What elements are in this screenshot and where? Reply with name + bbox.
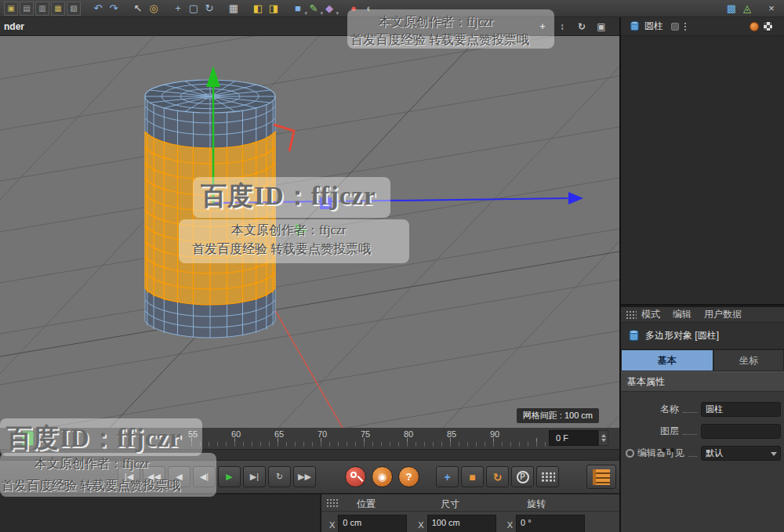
workplane-icon[interactable]: ◬ xyxy=(740,2,754,16)
solo-button[interactable]: P xyxy=(511,466,534,487)
panel-grip-icon[interactable] xyxy=(326,498,339,508)
next-frame-button[interactable]: ▶| xyxy=(243,466,266,487)
move-axis-button[interactable]: + xyxy=(436,466,459,487)
layer-property-row: 图层 xyxy=(621,420,784,442)
layer-browser-button[interactable] xyxy=(586,465,616,489)
play-button[interactable]: ▶ xyxy=(218,466,241,487)
visibility-dropdown[interactable]: 默认 xyxy=(701,446,781,461)
object-manager-body[interactable] xyxy=(621,36,784,304)
material-icon[interactable]: ● xyxy=(347,2,361,16)
coords-field: X 0 ° xyxy=(507,515,585,532)
primitive-cube-icon[interactable]: ■ xyxy=(291,2,305,16)
current-frame-field[interactable]: 0 F xyxy=(549,430,608,446)
snap-icon[interactable]: ▩ xyxy=(724,2,739,16)
name-label: 名称 xyxy=(660,403,679,416)
scale-axis-button[interactable]: ■ xyxy=(461,466,484,487)
prev-frame-button[interactable]: ◀ xyxy=(168,466,191,487)
scale-tool-icon[interactable]: ▢ xyxy=(187,2,201,16)
render-view-icon[interactable]: ◧ xyxy=(251,2,265,16)
frame-value: 0 F xyxy=(556,433,568,443)
attributes-rows: 名称 圆柱 图层 编辑器可见 默认 xyxy=(621,392,784,532)
layer-input[interactable] xyxy=(701,424,781,439)
move-tool-icon[interactable]: + xyxy=(171,2,185,16)
timeline-ruler[interactable]: 5560657075808590 0 F xyxy=(0,428,619,450)
coords-header-size: 尺寸 xyxy=(441,498,459,511)
grid-spacing-label: 网格间距 : 100 cm xyxy=(517,408,599,423)
layers-icon xyxy=(593,469,610,485)
layout-e-icon[interactable]: ▧ xyxy=(67,2,81,16)
ruler-tick-label: 75 xyxy=(361,429,404,439)
autokey-button[interactable]: ◉ xyxy=(372,466,393,487)
coords-header-position: 位置 xyxy=(357,498,376,511)
undo-icon[interactable]: ↶ xyxy=(91,2,105,16)
live-selection-icon[interactable]: ◎ xyxy=(147,2,161,16)
coords-input[interactable]: 0 ° xyxy=(516,515,585,532)
axis-label: X xyxy=(418,520,423,530)
object-row-cylinder[interactable]: 圆柱 xyxy=(621,17,784,36)
ruler-tick-label: 65 xyxy=(274,429,318,439)
goto-end-button[interactable]: ▶▶ xyxy=(293,466,316,487)
attributes-tab[interactable]: 基本 xyxy=(621,349,713,371)
pan-icon[interactable]: + xyxy=(535,20,550,33)
attributes-menu-item[interactable]: 模式 xyxy=(641,308,660,321)
close-icon[interactable]: × xyxy=(764,2,779,16)
loop-button[interactable]: ↻ xyxy=(268,466,291,487)
coords-input[interactable]: 100 cm xyxy=(427,515,496,532)
snap-grid-button[interactable] xyxy=(536,466,559,487)
subdivision-icon[interactable]: ◆ xyxy=(322,2,336,16)
texture-tag-icon[interactable] xyxy=(763,21,773,31)
cylinder-wire-orange xyxy=(145,132,275,305)
panel-grip-icon[interactable] xyxy=(626,310,637,320)
attributes-menu-item[interactable]: 编辑 xyxy=(673,308,691,321)
visibility-dots-icon[interactable] xyxy=(684,22,687,31)
editor-visibility-row: 编辑器可见 默认 xyxy=(621,442,784,464)
dotted-leader xyxy=(683,412,697,413)
layout-b-icon[interactable]: ▤ xyxy=(20,2,34,16)
zoom-icon[interactable]: ↕ xyxy=(555,20,569,33)
cylinder-object[interactable] xyxy=(145,80,275,338)
maximize-icon[interactable]: ▣ xyxy=(594,20,608,33)
selection-tag-icon[interactable] xyxy=(750,22,759,31)
frame-stepper[interactable] xyxy=(598,430,608,446)
rotate-axis-button[interactable]: ↻ xyxy=(486,466,509,487)
redo-icon[interactable]: ↷ xyxy=(107,2,121,16)
layout-c-icon[interactable]: ▥ xyxy=(35,2,49,16)
layout-a-icon[interactable]: ▣ xyxy=(4,2,18,16)
attributes-menu-item[interactable]: 用户数据 xyxy=(704,308,742,321)
axis-label: X xyxy=(507,520,513,530)
rotate-tool-icon[interactable]: ↻ xyxy=(202,2,216,16)
ruler-tick-label: 55 xyxy=(188,429,231,439)
select-arrow-icon[interactable]: ↖ xyxy=(131,2,145,16)
coord-system-icon[interactable]: ▦ xyxy=(227,2,241,16)
layout-d-icon[interactable]: ▦ xyxy=(51,2,65,16)
coords-header-rotation: 旋转 xyxy=(527,498,546,511)
record-key-button[interactable] xyxy=(345,466,366,487)
coords-field: X 100 cm xyxy=(418,515,495,532)
keyframe-radio-icon[interactable] xyxy=(626,449,634,458)
environment-icon[interactable]: ◐ xyxy=(362,2,376,16)
coords-input[interactable]: 0 cm xyxy=(338,515,407,532)
viewport[interactable]: 网格间距 : 100 cm xyxy=(0,36,619,428)
render-settings-icon[interactable]: ◨ xyxy=(267,2,281,16)
object-title-text: 多边形对象 [圆柱] xyxy=(645,329,719,342)
prev-key-button[interactable]: ◀◀ xyxy=(143,466,165,487)
play-backward-button[interactable]: ◀| xyxy=(193,466,216,487)
name-input[interactable]: 圆柱 xyxy=(701,402,781,417)
section-header-basic[interactable]: 基本属性 xyxy=(621,371,784,392)
cylinder-icon xyxy=(629,20,641,32)
timeline-playhead[interactable] xyxy=(22,431,34,446)
goto-start-button[interactable]: |◀ xyxy=(118,466,140,487)
timeline-scrollbar[interactable] xyxy=(0,450,619,461)
viewport-canvas[interactable] xyxy=(0,36,619,428)
ruler-tick-label: 60 xyxy=(231,429,274,439)
section-title: 基本属性 xyxy=(627,375,665,389)
layer-icon[interactable] xyxy=(671,23,679,31)
axis-label: X xyxy=(329,520,335,530)
attributes-tab[interactable]: 坐标 xyxy=(713,349,784,371)
material-manager-area[interactable] xyxy=(0,494,320,532)
spline-pen-icon[interactable]: ✎ xyxy=(307,2,321,16)
orbit-icon[interactable]: ↻ xyxy=(575,20,589,33)
help-button[interactable]: ? xyxy=(398,466,419,487)
layer-label: 图层 xyxy=(660,425,679,438)
dotted-leader xyxy=(683,434,697,435)
